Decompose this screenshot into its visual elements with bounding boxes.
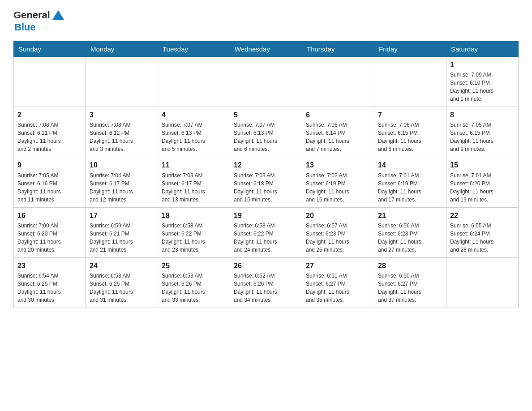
day-number: 9 bbox=[17, 160, 82, 170]
calendar-day-cell: 7Sunrise: 7:06 AM Sunset: 6:15 PM Daylig… bbox=[374, 107, 446, 157]
calendar-day-cell bbox=[230, 57, 302, 107]
calendar-day-cell: 16Sunrise: 7:00 AM Sunset: 6:20 PM Dayli… bbox=[14, 207, 86, 257]
day-info: Sunrise: 7:08 AM Sunset: 6:11 PM Dayligh… bbox=[17, 121, 82, 153]
day-number: 8 bbox=[450, 110, 515, 120]
day-info: Sunrise: 6:57 AM Sunset: 6:23 PM Dayligh… bbox=[306, 222, 370, 254]
day-info: Sunrise: 7:00 AM Sunset: 6:20 PM Dayligh… bbox=[17, 222, 82, 254]
day-info: Sunrise: 7:03 AM Sunset: 6:18 PM Dayligh… bbox=[234, 171, 298, 204]
day-number: 14 bbox=[378, 160, 442, 170]
day-number: 5 bbox=[234, 110, 298, 120]
day-info: Sunrise: 7:05 AM Sunset: 6:16 PM Dayligh… bbox=[17, 171, 82, 204]
weekday-header-tuesday: Tuesday bbox=[158, 42, 230, 57]
day-number: 16 bbox=[17, 210, 82, 221]
calendar-day-cell: 5Sunrise: 7:07 AM Sunset: 6:13 PM Daylig… bbox=[230, 107, 302, 157]
day-info: Sunrise: 7:01 AM Sunset: 6:19 PM Dayligh… bbox=[378, 171, 442, 204]
calendar-day-cell: 27Sunrise: 6:51 AM Sunset: 6:27 PM Dayli… bbox=[302, 257, 374, 308]
day-number: 26 bbox=[234, 261, 298, 271]
calendar-day-cell: 2Sunrise: 7:08 AM Sunset: 6:11 PM Daylig… bbox=[14, 107, 86, 157]
weekday-header-friday: Friday bbox=[374, 42, 446, 57]
day-number: 25 bbox=[162, 261, 226, 271]
calendar-day-cell: 8Sunrise: 7:05 AM Sunset: 6:15 PM Daylig… bbox=[446, 107, 519, 157]
day-number: 23 bbox=[17, 261, 82, 271]
calendar-day-cell bbox=[14, 57, 86, 107]
day-info: Sunrise: 6:59 AM Sunset: 6:21 PM Dayligh… bbox=[90, 222, 154, 254]
calendar-day-cell: 14Sunrise: 7:01 AM Sunset: 6:19 PM Dayli… bbox=[374, 157, 446, 207]
day-number: 24 bbox=[90, 261, 154, 271]
day-info: Sunrise: 7:08 AM Sunset: 6:12 PM Dayligh… bbox=[90, 121, 154, 153]
calendar-day-cell: 24Sunrise: 6:53 AM Sunset: 6:25 PM Dayli… bbox=[86, 257, 158, 308]
day-number: 3 bbox=[90, 110, 154, 120]
calendar-day-cell: 28Sunrise: 6:50 AM Sunset: 6:27 PM Dayli… bbox=[374, 257, 446, 308]
day-info: Sunrise: 6:55 AM Sunset: 6:24 PM Dayligh… bbox=[450, 222, 515, 254]
day-number: 13 bbox=[306, 160, 370, 170]
calendar-day-cell: 9Sunrise: 7:05 AM Sunset: 6:16 PM Daylig… bbox=[14, 157, 86, 207]
day-number: 10 bbox=[90, 160, 154, 170]
day-number: 12 bbox=[234, 160, 298, 170]
day-number: 19 bbox=[234, 210, 298, 221]
weekday-header-sunday: Sunday bbox=[14, 42, 86, 57]
day-number: 4 bbox=[162, 110, 226, 120]
weekday-header-thursday: Thursday bbox=[302, 42, 374, 57]
day-info: Sunrise: 7:09 AM Sunset: 6:10 PM Dayligh… bbox=[450, 71, 515, 103]
day-info: Sunrise: 6:52 AM Sunset: 6:26 PM Dayligh… bbox=[234, 272, 298, 304]
calendar-week-row: 16Sunrise: 7:00 AM Sunset: 6:20 PM Dayli… bbox=[14, 207, 519, 257]
calendar-day-cell: 19Sunrise: 6:58 AM Sunset: 6:22 PM Dayli… bbox=[230, 207, 302, 257]
calendar-week-row: 2Sunrise: 7:08 AM Sunset: 6:11 PM Daylig… bbox=[14, 107, 519, 157]
svg-marker-0 bbox=[52, 10, 64, 20]
day-number: 11 bbox=[162, 160, 226, 170]
calendar-day-cell: 17Sunrise: 6:59 AM Sunset: 6:21 PM Dayli… bbox=[86, 207, 158, 257]
day-info: Sunrise: 7:06 AM Sunset: 6:15 PM Dayligh… bbox=[378, 121, 442, 153]
day-number: 15 bbox=[450, 160, 515, 170]
calendar-day-cell: 4Sunrise: 7:07 AM Sunset: 6:13 PM Daylig… bbox=[158, 107, 230, 157]
calendar-week-row: 9Sunrise: 7:05 AM Sunset: 6:16 PM Daylig… bbox=[14, 157, 519, 207]
weekday-header-saturday: Saturday bbox=[446, 42, 519, 57]
calendar-day-cell: 21Sunrise: 6:56 AM Sunset: 6:23 PM Dayli… bbox=[374, 207, 446, 257]
day-number: 21 bbox=[378, 210, 442, 221]
calendar-day-cell: 1Sunrise: 7:09 AM Sunset: 6:10 PM Daylig… bbox=[446, 57, 519, 107]
calendar-day-cell: 13Sunrise: 7:02 AM Sunset: 6:19 PM Dayli… bbox=[302, 157, 374, 207]
weekday-header-wednesday: Wednesday bbox=[230, 42, 302, 57]
calendar-week-row: 1Sunrise: 7:09 AM Sunset: 6:10 PM Daylig… bbox=[14, 57, 519, 107]
day-info: Sunrise: 6:51 AM Sunset: 6:27 PM Dayligh… bbox=[306, 272, 370, 304]
day-number: 1 bbox=[450, 60, 515, 70]
day-info: Sunrise: 7:01 AM Sunset: 6:20 PM Dayligh… bbox=[450, 171, 515, 204]
weekday-header-row: SundayMondayTuesdayWednesdayThursdayFrid… bbox=[14, 42, 519, 57]
day-number: 27 bbox=[306, 261, 370, 271]
calendar-day-cell: 11Sunrise: 7:03 AM Sunset: 6:17 PM Dayli… bbox=[158, 157, 230, 207]
day-info: Sunrise: 7:07 AM Sunset: 6:13 PM Dayligh… bbox=[162, 121, 226, 153]
day-info: Sunrise: 7:04 AM Sunset: 6:17 PM Dayligh… bbox=[90, 171, 154, 204]
calendar-day-cell: 12Sunrise: 7:03 AM Sunset: 6:18 PM Dayli… bbox=[230, 157, 302, 207]
day-info: Sunrise: 6:56 AM Sunset: 6:23 PM Dayligh… bbox=[378, 222, 442, 254]
logo-container: General Blue bbox=[13, 9, 65, 33]
calendar-day-cell: 26Sunrise: 6:52 AM Sunset: 6:26 PM Dayli… bbox=[230, 257, 302, 308]
logo-triangle-icon bbox=[51, 9, 65, 21]
day-info: Sunrise: 7:05 AM Sunset: 6:15 PM Dayligh… bbox=[450, 121, 515, 153]
day-number: 6 bbox=[306, 110, 370, 120]
calendar-day-cell bbox=[446, 257, 519, 308]
calendar-day-cell: 10Sunrise: 7:04 AM Sunset: 6:17 PM Dayli… bbox=[86, 157, 158, 207]
calendar-day-cell: 23Sunrise: 6:54 AM Sunset: 6:25 PM Dayli… bbox=[14, 257, 86, 308]
day-number: 20 bbox=[306, 210, 370, 221]
calendar-day-cell: 6Sunrise: 7:06 AM Sunset: 6:14 PM Daylig… bbox=[302, 107, 374, 157]
day-info: Sunrise: 6:58 AM Sunset: 6:22 PM Dayligh… bbox=[162, 222, 226, 254]
day-info: Sunrise: 7:06 AM Sunset: 6:14 PM Dayligh… bbox=[306, 121, 370, 153]
calendar-day-cell: 20Sunrise: 6:57 AM Sunset: 6:23 PM Dayli… bbox=[302, 207, 374, 257]
day-number: 18 bbox=[162, 210, 226, 221]
calendar-day-cell: 18Sunrise: 6:58 AM Sunset: 6:22 PM Dayli… bbox=[158, 207, 230, 257]
day-number: 7 bbox=[378, 110, 442, 120]
day-info: Sunrise: 6:53 AM Sunset: 6:25 PM Dayligh… bbox=[90, 272, 154, 304]
calendar-day-cell bbox=[86, 57, 158, 107]
day-info: Sunrise: 7:02 AM Sunset: 6:19 PM Dayligh… bbox=[306, 171, 370, 204]
weekday-header-monday: Monday bbox=[86, 42, 158, 57]
logo-text-general: General bbox=[13, 9, 50, 21]
calendar-day-cell: 22Sunrise: 6:55 AM Sunset: 6:24 PM Dayli… bbox=[446, 207, 519, 257]
day-info: Sunrise: 6:54 AM Sunset: 6:25 PM Dayligh… bbox=[17, 272, 82, 304]
calendar-week-row: 23Sunrise: 6:54 AM Sunset: 6:25 PM Dayli… bbox=[14, 257, 519, 308]
day-info: Sunrise: 7:07 AM Sunset: 6:13 PM Dayligh… bbox=[234, 121, 298, 153]
calendar-day-cell bbox=[302, 57, 374, 107]
calendar-day-cell: 15Sunrise: 7:01 AM Sunset: 6:20 PM Dayli… bbox=[446, 157, 519, 207]
calendar-table: SundayMondayTuesdayWednesdayThursdayFrid… bbox=[13, 41, 519, 308]
day-number: 17 bbox=[90, 210, 154, 221]
calendar-day-cell bbox=[158, 57, 230, 107]
calendar-day-cell: 3Sunrise: 7:08 AM Sunset: 6:12 PM Daylig… bbox=[86, 107, 158, 157]
